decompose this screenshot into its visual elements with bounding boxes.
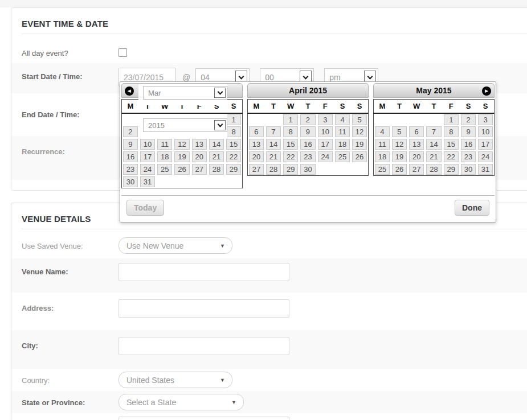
calendar-day[interactable]: 3 [478,114,493,125]
calendar-day[interactable]: 26 [174,164,189,175]
calendar-day[interactable]: 6 [409,126,424,137]
calendar-day[interactable]: 23 [300,151,315,162]
use-saved-venue-select[interactable]: Use New Venue ▼ [119,237,232,254]
calendar-day[interactable]: 17 [140,151,155,162]
calendar-day[interactable]: 23 [461,151,476,162]
calendar-day[interactable]: 1 [226,114,241,125]
chevron-down-icon[interactable] [214,88,226,98]
calendar-day[interactable]: 19 [174,151,189,162]
calendar-day[interactable]: 31 [478,164,493,175]
calendar-day[interactable]: 30 [461,164,476,175]
calendar-day[interactable]: 13 [409,139,424,150]
calendar-day[interactable]: 21 [209,151,224,162]
calendar-day[interactable]: 14 [266,139,281,150]
calendar-day[interactable]: 19 [352,139,367,150]
calendar-day[interactable]: 25 [335,151,350,162]
calendar-day[interactable]: 14 [209,139,224,150]
calendar-day[interactable]: 15 [444,139,459,150]
country-select[interactable]: United States ▼ [119,372,232,388]
calendar-day[interactable]: 17 [478,139,493,150]
calendar-day[interactable]: 18 [157,151,172,162]
calendar-day[interactable]: 20 [249,151,264,162]
calendar-day[interactable]: 12 [174,139,189,150]
calendar-day[interactable]: 20 [409,151,424,162]
calendar-day[interactable]: 16 [461,139,476,150]
calendar-day[interactable]: 17 [318,139,333,150]
calendar-day[interactable]: 2 [300,114,315,125]
calendar-day[interactable]: 2 [123,126,138,137]
calendar-day[interactable]: 15 [226,139,241,150]
state-select[interactable]: Select a State ▼ [119,394,244,410]
calendar-day[interactable]: 21 [266,151,281,162]
calendar-day[interactable]: 7 [426,126,441,137]
calendar-day[interactable]: 29 [283,164,298,175]
calendar-day[interactable]: 14 [426,139,441,150]
calendar-day[interactable]: 27 [192,164,207,175]
calendar-day[interactable]: 7 [266,126,281,137]
calendar-day[interactable]: 12 [352,126,367,137]
today-button[interactable]: Today [126,200,164,216]
calendar-day[interactable]: 4 [335,114,350,125]
address-input[interactable] [119,299,289,318]
postal-code-input[interactable] [119,417,289,420]
calendar-day[interactable]: 8 [444,126,459,137]
calendar-day[interactable]: 31 [140,176,155,187]
calendar-day[interactable]: 9 [461,126,476,137]
calendar-day[interactable]: 13 [249,139,264,150]
calendar-day[interactable]: 13 [192,139,207,150]
calendar-day[interactable]: 10 [478,126,493,137]
calendar-day[interactable]: 2 [461,114,476,125]
calendar-day[interactable]: 5 [352,114,367,125]
calendar-day[interactable]: 24 [318,151,333,162]
calendar-day[interactable]: 8 [283,126,298,137]
calendar-day[interactable]: 28 [209,164,224,175]
calendar-day[interactable]: 3 [318,114,333,125]
prev-month-icon[interactable]: ◀ [125,87,134,96]
calendar-day[interactable]: 6 [249,126,264,137]
calendar-day[interactable]: 9 [123,139,138,150]
calendar-day[interactable]: 11 [375,139,390,150]
city-input[interactable] [119,337,289,355]
calendar-day[interactable]: 4 [375,126,390,137]
calendar-day[interactable]: 29 [226,164,241,175]
calendar-day[interactable]: 24 [478,151,493,162]
calendar-day[interactable]: 16 [300,139,315,150]
calendar-day[interactable]: 1 [283,114,298,125]
calendar-day[interactable]: 21 [426,151,441,162]
calendar-day[interactable]: 27 [249,164,264,175]
calendar-day[interactable]: 10 [318,126,333,137]
calendar-day[interactable]: 26 [352,151,367,162]
calendar-day[interactable]: 28 [266,164,281,175]
calendar-day[interactable]: 11 [157,139,172,150]
calendar-day[interactable]: 18 [375,151,390,162]
calendar-day[interactable]: 1 [444,114,459,125]
calendar-day[interactable]: 30 [123,176,138,187]
calendar-day[interactable]: 25 [157,164,172,175]
calendar-day[interactable]: 25 [375,164,390,175]
done-button[interactable]: Done [455,200,489,216]
calendar-day[interactable]: 24 [140,164,155,175]
venue-name-input[interactable] [119,263,289,281]
calendar-day[interactable]: 12 [392,139,407,150]
calendar-day[interactable]: 26 [392,164,407,175]
calendar-day[interactable]: 23 [123,164,138,175]
month-select[interactable]: Mar [143,86,227,100]
calendar-day[interactable]: 22 [283,151,298,162]
calendar-day[interactable]: 8 [226,126,241,137]
calendar-day[interactable]: 15 [283,139,298,150]
calendar-day[interactable]: 18 [335,139,350,150]
calendar-day[interactable]: 5 [392,126,407,137]
chevron-down-icon[interactable] [214,120,226,130]
calendar-day[interactable]: 27 [409,164,424,175]
all-day-checkbox[interactable] [119,48,127,57]
calendar-day[interactable]: 9 [300,126,315,137]
calendar-day[interactable]: 30 [300,164,315,175]
calendar-day[interactable]: 16 [123,151,138,162]
calendar-day[interactable]: 10 [140,139,155,150]
next-month-icon[interactable]: ▶ [482,87,491,96]
year-select[interactable]: 2015 [143,118,227,132]
calendar-day[interactable]: 29 [444,164,459,175]
calendar-day[interactable]: 20 [192,151,207,162]
calendar-day[interactable]: 22 [226,151,241,162]
calendar-day[interactable]: 28 [426,164,441,175]
